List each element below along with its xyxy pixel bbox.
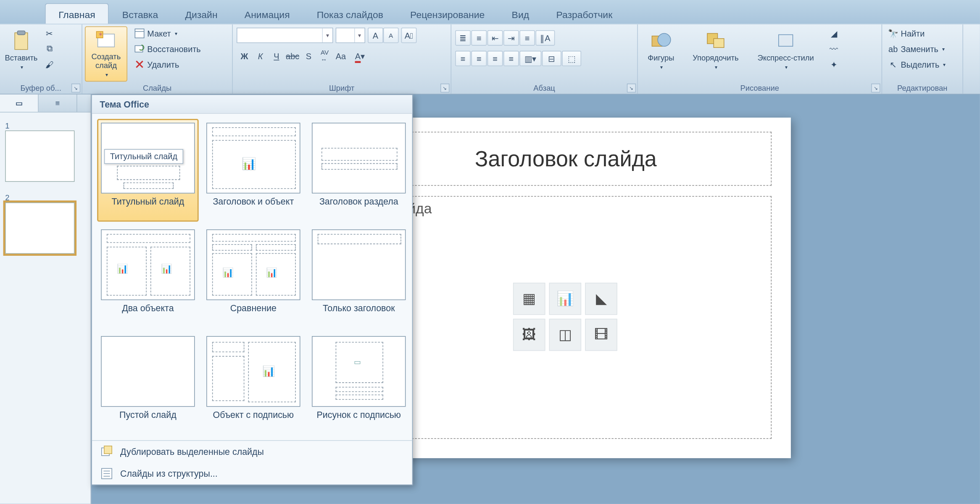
font-dialog-launcher[interactable]: ↘: [440, 84, 449, 92]
clear-format-button[interactable]: Aͮ: [401, 28, 417, 43]
shadow-button[interactable]: S: [301, 48, 316, 64]
bold-button[interactable]: Ж: [237, 48, 252, 64]
slides-tab[interactable]: ▭: [0, 94, 39, 112]
line-spacing-button[interactable]: ≡: [519, 30, 535, 46]
svg-rect-13: [714, 39, 724, 47]
styles-label: Экспресс-стили: [758, 54, 814, 63]
format-painter-button[interactable]: 🖌: [41, 57, 58, 71]
font-size-combo[interactable]: ▾: [336, 28, 365, 43]
align-right-button[interactable]: ≡: [487, 51, 503, 66]
insert-chart-icon[interactable]: 📊: [549, 283, 582, 315]
shrink-font-button[interactable]: A: [383, 28, 399, 43]
columns-button[interactable]: ▥▾: [519, 51, 541, 66]
quick-styles-button[interactable]: Экспресс-стили: [750, 26, 822, 82]
duplicate-slides-action[interactable]: Дублировать выделенные слайды: [92, 441, 412, 463]
select-button[interactable]: ↖Выделить▾: [885, 57, 949, 71]
layout-label: Макет: [147, 29, 171, 38]
layout-label: Два объекта: [122, 303, 174, 325]
outline-icon: [100, 467, 114, 481]
line-spacing-icon: ≡: [525, 33, 530, 43]
outline-tab[interactable]: ≡: [39, 94, 77, 112]
align-text-button[interactable]: ⊟: [542, 51, 561, 66]
insert-table-icon[interactable]: ▦: [513, 283, 545, 315]
slide-thumbnail[interactable]: 2: [5, 189, 85, 256]
tab-animation[interactable]: Анимация: [231, 3, 303, 24]
bullets-button[interactable]: ≣: [455, 30, 471, 46]
smartart-button[interactable]: ⬚: [562, 51, 581, 66]
scissors-icon: ✂: [45, 28, 55, 38]
tab-home[interactable]: Главная: [45, 3, 109, 24]
shape-effects-button[interactable]: ✦: [826, 57, 843, 71]
layout-picture-caption[interactable]: ▭ Рисунок с подписью: [308, 332, 410, 435]
italic-button[interactable]: К: [253, 48, 268, 64]
indent-button[interactable]: ⇥: [503, 30, 519, 46]
text-direction-button[interactable]: ‖A: [535, 30, 555, 46]
tab-design[interactable]: Дизайн: [171, 3, 231, 24]
slide-thumbnail[interactable]: 1: [5, 118, 85, 184]
font-family-combo[interactable]: ▾: [237, 28, 333, 43]
reset-button[interactable]: Восстановить: [131, 42, 204, 56]
tab-slideshow[interactable]: Показ слайдов: [303, 3, 397, 24]
align-left-button[interactable]: ≡: [455, 51, 471, 66]
drawing-dialog-launcher[interactable]: ↘: [871, 84, 880, 92]
align-center-icon: ≡: [477, 54, 482, 63]
copy-icon: ⧉: [45, 44, 55, 54]
layout-blank[interactable]: Пустой слайд: [97, 332, 199, 435]
change-case-button[interactable]: Aa: [333, 48, 349, 64]
shapes-button[interactable]: Фигуры: [640, 26, 682, 82]
group-drawing: Фигуры Упорядочить Экспресс-стили ◢ 〰 ✦ …: [638, 24, 882, 94]
replace-button[interactable]: abЗаменить▾: [885, 42, 949, 56]
copy-button[interactable]: ⧉: [41, 42, 58, 56]
outdent-button[interactable]: ⇤: [487, 30, 503, 46]
new-slide-button[interactable]: ✶ Создать слайд: [85, 26, 127, 82]
ribbon: Вставить ✂ ⧉ 🖌 Буфер об... ↘ ✶ Созда: [0, 24, 980, 94]
slide-number: 1: [5, 121, 14, 130]
numbering-button[interactable]: ≡: [471, 30, 487, 46]
tab-view[interactable]: Вид: [498, 3, 543, 24]
font-color-button[interactable]: A▾: [349, 48, 371, 64]
layout-section-header[interactable]: Заголовок раздела: [308, 119, 410, 222]
cut-button[interactable]: ✂: [41, 26, 58, 41]
new-slide-label: Создать слайд: [87, 53, 126, 70]
underline-button[interactable]: Ч: [269, 48, 285, 64]
insert-smartart-icon[interactable]: ◣: [585, 283, 617, 315]
layout-title-content[interactable]: 📊 Заголовок и объект: [203, 119, 304, 222]
shape-outline-button[interactable]: 〰: [826, 42, 843, 56]
content-placeholder[interactable]: кст слайда ▦ 📊 ◣ 🖼 ◫ 🎞: [360, 196, 772, 439]
strike-button[interactable]: abc: [285, 48, 300, 64]
layout-two-content[interactable]: 📊 📊 Два объекта: [97, 226, 199, 328]
layout-comparison[interactable]: 📊 📊 Сравнение: [203, 226, 304, 328]
slide-thumbnail-pane: ▭ ≡ 1 2: [0, 94, 91, 504]
select-label: Выделить: [901, 60, 940, 69]
binoculars-icon: 🔭: [888, 28, 898, 38]
char-spacing-button[interactable]: AV↔: [317, 48, 332, 64]
insert-clipart-icon[interactable]: ◫: [549, 319, 582, 351]
slides-from-outline-action[interactable]: Слайды из структуры...: [92, 463, 412, 485]
group-clipboard-label: Буфер об...: [3, 82, 79, 94]
layout-button[interactable]: Макет ▾: [131, 26, 204, 41]
delete-slide-button[interactable]: Удалить: [131, 57, 204, 71]
find-button[interactable]: 🔭Найти: [885, 26, 949, 41]
paragraph-dialog-launcher[interactable]: ↘: [627, 84, 636, 92]
shape-fill-button[interactable]: ◢: [826, 26, 843, 41]
grow-font-button[interactable]: A: [368, 28, 383, 43]
align-center-button[interactable]: ≡: [471, 51, 487, 66]
justify-button[interactable]: ≡: [503, 51, 519, 66]
paste-button[interactable]: Вставить: [3, 26, 40, 82]
chevron-down-icon: ▾: [322, 28, 332, 42]
layout-title-only[interactable]: Только заголовок: [308, 226, 410, 328]
chevron-down-icon: ▾: [175, 31, 177, 37]
clipboard-dialog-launcher[interactable]: ↘: [71, 84, 80, 92]
tab-developer[interactable]: Разработчик: [543, 3, 626, 24]
insert-picture-icon[interactable]: 🖼: [513, 319, 545, 351]
office-button[interactable]: [1, 1, 40, 21]
arrange-button[interactable]: Упорядочить: [683, 26, 748, 82]
tab-review[interactable]: Рецензирование: [397, 3, 498, 24]
tab-insert[interactable]: Вставка: [109, 3, 172, 24]
spacing-icon: AV↔: [321, 49, 329, 63]
insert-media-icon[interactable]: 🎞: [585, 319, 617, 351]
title-placeholder[interactable]: Заголовок слайда: [360, 132, 772, 186]
chevron-down-icon: [19, 63, 23, 71]
layout-content-caption[interactable]: 📊 Объект с подписью: [203, 332, 304, 435]
group-font-label: Шрифт: [235, 82, 448, 94]
